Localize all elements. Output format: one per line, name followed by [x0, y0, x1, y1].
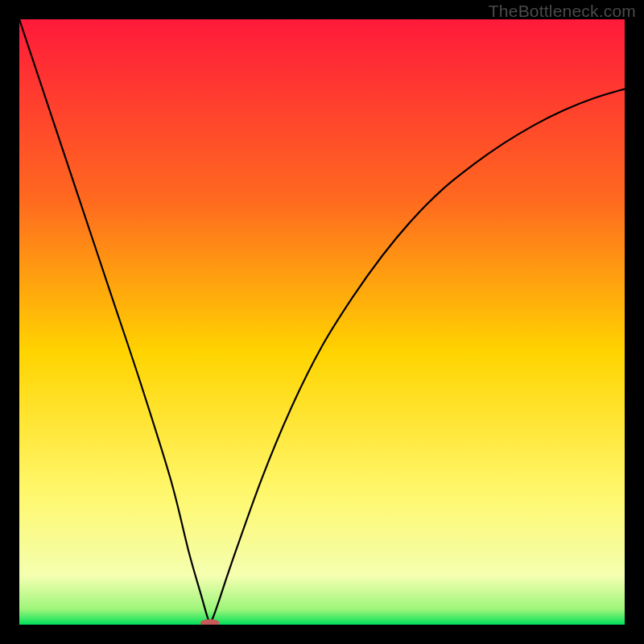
plot-area [19, 19, 625, 625]
gradient-background [19, 19, 625, 625]
chart-svg [19, 19, 625, 625]
chart-frame: TheBottleneck.com [0, 0, 644, 644]
watermark-text: TheBottleneck.com [489, 2, 636, 21]
